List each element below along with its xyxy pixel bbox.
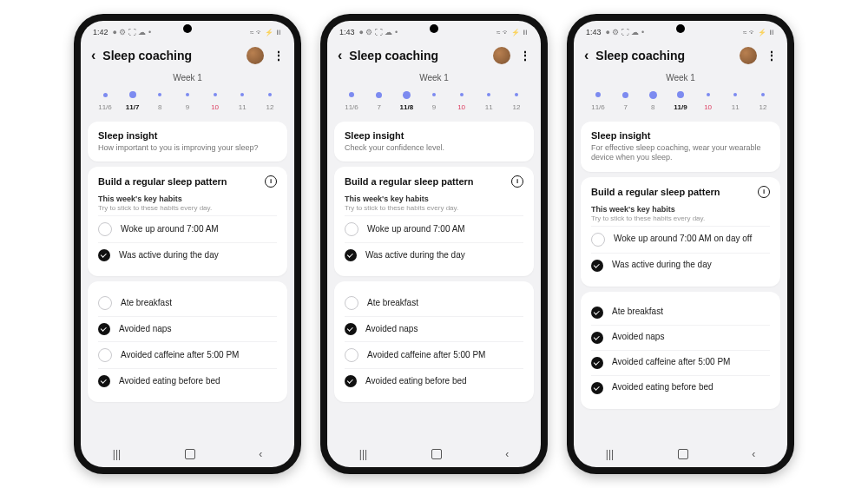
habit-check-icon <box>98 296 112 310</box>
nav-home-icon[interactable] <box>431 449 442 459</box>
day-label[interactable]: 11 <box>232 103 253 111</box>
back-icon[interactable]: ‹ <box>584 48 589 63</box>
habit-label: Ate breakfast <box>612 307 663 318</box>
nav-home-icon[interactable] <box>678 449 688 459</box>
habit-row[interactable]: Avoided eating before bed <box>98 368 277 393</box>
android-nav-bar: ||| ‹ <box>327 441 541 467</box>
day-dot-slot[interactable] <box>670 88 691 102</box>
sleep-insight-card[interactable]: Sleep insight Check your confidence leve… <box>334 122 534 162</box>
day-dot-slot[interactable] <box>725 88 746 102</box>
day-dot-slot[interactable] <box>642 88 663 102</box>
more-icon[interactable]: ⋮ <box>519 49 530 63</box>
day-dot-slot[interactable] <box>698 88 719 102</box>
habit-row[interactable]: Woke up around 7:00 AM <box>98 215 277 242</box>
habit-row[interactable]: Woke up around 7:00 AM on day off <box>591 226 770 253</box>
habit-row[interactable]: Was active during the day <box>98 242 277 267</box>
habit-row[interactable]: Avoided caffeine after 5:00 PM <box>345 341 523 368</box>
sleep-insight-card[interactable]: Sleep insight For effective sleep coachi… <box>581 122 780 172</box>
day-dot-slot[interactable] <box>615 88 636 102</box>
day-dot-slot[interactable] <box>396 88 417 102</box>
content-scroll[interactable]: Sleep insight Check your confidence leve… <box>327 116 541 441</box>
avatar[interactable] <box>247 47 264 64</box>
habit-row[interactable]: Woke up around 7:00 AM <box>345 215 523 242</box>
day-label[interactable]: 12 <box>753 103 773 111</box>
day-label[interactable]: 11/8 <box>396 103 417 111</box>
day-label[interactable]: 9 <box>424 103 444 111</box>
day-dot-slot[interactable] <box>478 88 499 102</box>
day-dot-slot[interactable] <box>95 88 115 102</box>
day-label[interactable]: 8 <box>642 103 663 111</box>
habit-row[interactable]: Avoided naps <box>591 325 770 350</box>
info-icon[interactable]: i <box>758 186 770 198</box>
android-nav-bar: ||| ‹ <box>81 441 294 467</box>
habit-row[interactable]: Avoided eating before bed <box>345 368 523 393</box>
nav-back-icon[interactable]: ‹ <box>752 448 755 460</box>
day-dot-slot[interactable] <box>177 88 198 102</box>
day-dot <box>460 93 464 96</box>
day-label[interactable]: 12 <box>506 103 527 111</box>
day-dot-slot[interactable] <box>506 88 527 102</box>
day-label[interactable]: 11 <box>725 103 746 111</box>
day-dot <box>240 93 244 96</box>
back-icon[interactable]: ‹ <box>91 48 95 63</box>
day-label[interactable]: 10 <box>698 103 719 111</box>
nav-home-icon[interactable] <box>185 449 195 459</box>
nav-recents-icon[interactable]: ||| <box>113 448 121 460</box>
week-label: Week 1 <box>81 73 294 82</box>
nav-recents-icon[interactable]: ||| <box>606 448 614 460</box>
more-icon[interactable]: ⋮ <box>766 49 777 63</box>
week-labels-row: 11/611/789101112 <box>81 103 294 116</box>
week-dots-row <box>574 88 787 103</box>
day-dot-slot[interactable] <box>341 88 362 102</box>
info-icon[interactable]: i <box>511 175 523 188</box>
sleep-insight-title: Sleep insight <box>591 130 770 141</box>
habit-row[interactable]: Avoided eating before bed <box>591 375 770 400</box>
back-icon[interactable]: ‹ <box>338 48 342 63</box>
habit-check-icon <box>345 348 358 362</box>
sleep-pattern-card: Build a regular sleep pattern i This wee… <box>88 167 287 276</box>
sleep-insight-card[interactable]: Sleep insight How important to you is im… <box>88 122 287 162</box>
day-dot-slot[interactable] <box>451 88 472 102</box>
habits-header: This week's key habits <box>345 195 523 203</box>
habit-row[interactable]: Avoided naps <box>98 316 277 341</box>
day-dot-slot[interactable] <box>260 88 280 102</box>
nav-back-icon[interactable]: ‹ <box>505 448 509 460</box>
day-dot-slot[interactable] <box>232 88 253 102</box>
habit-row[interactable]: Avoided caffeine after 5:00 PM <box>591 350 770 375</box>
day-dot-slot[interactable] <box>122 88 143 102</box>
day-label[interactable]: 11/9 <box>670 103 691 111</box>
day-label[interactable]: 11/7 <box>122 103 143 111</box>
day-label[interactable]: 10 <box>205 103 226 111</box>
day-label[interactable]: 10 <box>451 103 472 111</box>
habit-row[interactable]: Ate breakfast <box>345 290 523 316</box>
day-label[interactable]: 11/6 <box>341 103 362 111</box>
habit-row[interactable]: Ate breakfast <box>591 300 770 325</box>
day-dot-slot[interactable] <box>424 88 444 102</box>
habit-row[interactable]: Ate breakfast <box>98 290 277 316</box>
day-dot-slot[interactable] <box>369 88 390 102</box>
day-dot-slot[interactable] <box>588 88 608 102</box>
habit-row[interactable]: Avoided caffeine after 5:00 PM <box>98 341 277 368</box>
more-icon[interactable]: ⋮ <box>273 49 284 63</box>
habit-row[interactable]: Was active during the day <box>345 242 523 267</box>
avatar[interactable] <box>493 47 510 64</box>
day-label[interactable]: 11/6 <box>95 103 115 111</box>
nav-recents-icon[interactable]: ||| <box>359 448 367 460</box>
info-icon[interactable]: i <box>265 175 277 188</box>
habit-row[interactable]: Was active during the day <box>591 253 770 278</box>
day-label[interactable]: 11 <box>478 103 499 111</box>
day-label[interactable]: 9 <box>177 103 198 111</box>
day-dot-slot[interactable] <box>205 88 226 102</box>
day-label[interactable]: 11/6 <box>588 103 608 111</box>
avatar[interactable] <box>740 47 757 64</box>
nav-back-icon[interactable]: ‹ <box>259 448 262 460</box>
day-label[interactable]: 7 <box>369 103 390 111</box>
day-dot-slot[interactable] <box>753 88 773 102</box>
day-label[interactable]: 12 <box>260 103 280 111</box>
day-label[interactable]: 8 <box>149 103 170 111</box>
day-dot-slot[interactable] <box>149 88 170 102</box>
habit-row[interactable]: Avoided naps <box>345 316 523 341</box>
content-scroll[interactable]: Sleep insight How important to you is im… <box>81 116 294 441</box>
content-scroll[interactable]: Sleep insight For effective sleep coachi… <box>574 116 787 441</box>
day-label[interactable]: 7 <box>615 103 636 111</box>
